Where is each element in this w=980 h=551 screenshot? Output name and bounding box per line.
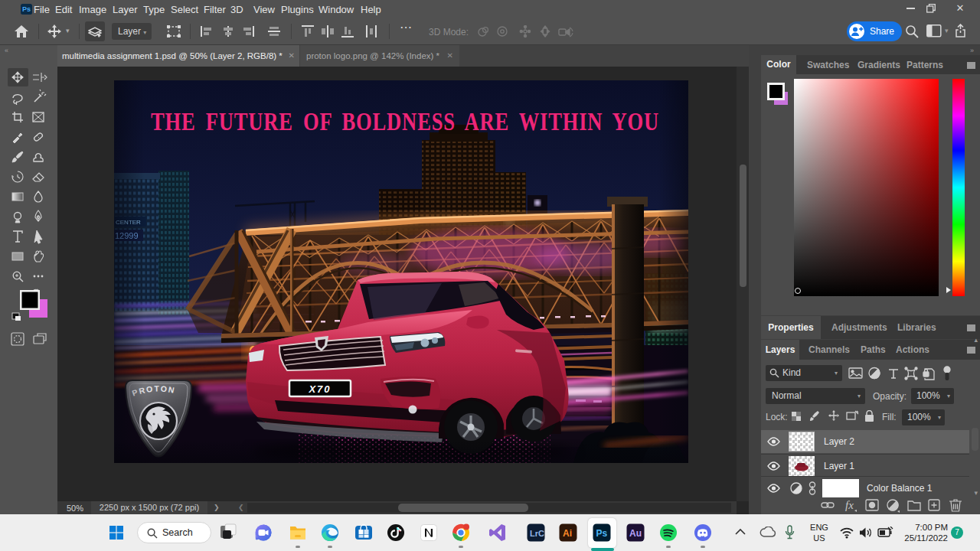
- svg-text:X70: X70: [308, 383, 331, 395]
- svg-text:LrC: LrC: [530, 529, 544, 538]
- svg-text:Ps: Ps: [596, 528, 608, 539]
- svg-text:Au: Au: [629, 528, 642, 539]
- svg-text:fx: fx: [845, 499, 854, 511]
- svg-text:THE FUTURE OF BOLDNESS ARE WIT: THE FUTURE OF BOLDNESS ARE WITHIN YOU: [151, 108, 659, 135]
- svg-text:Ai: Ai: [563, 528, 572, 539]
